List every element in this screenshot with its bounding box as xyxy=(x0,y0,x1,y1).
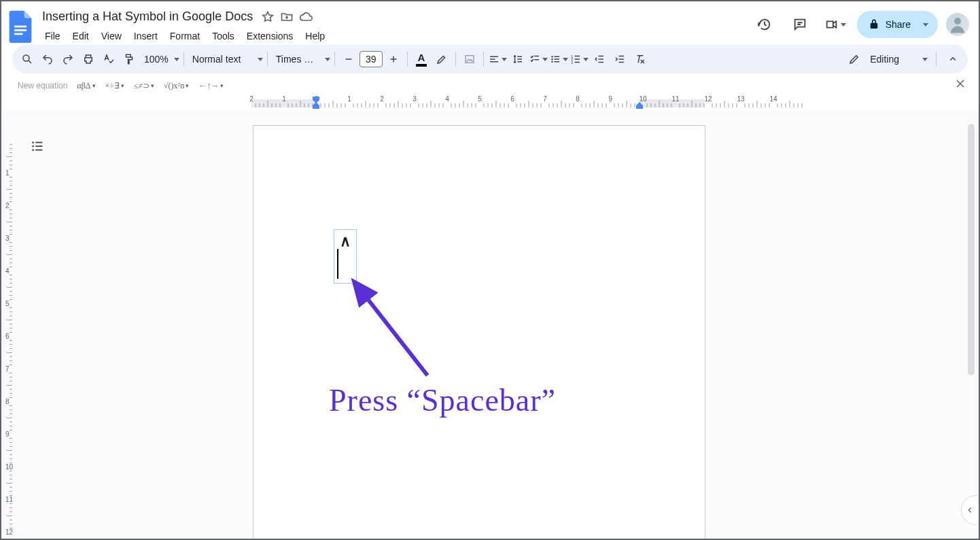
annotation-text: Press “Spacebar” xyxy=(329,382,556,418)
menu-view[interactable]: View xyxy=(96,28,127,44)
menu-tools[interactable]: Tools xyxy=(207,28,240,44)
svg-point-162 xyxy=(32,141,34,144)
share-button[interactable]: Share xyxy=(857,11,938,38)
text-color-button[interactable]: A xyxy=(412,49,431,69)
redo-button[interactable] xyxy=(58,49,77,69)
vertical-scrollbar[interactable] xyxy=(966,110,976,537)
editing-mode-label: Editing xyxy=(866,54,903,65)
print-button[interactable] xyxy=(79,49,98,69)
font-family-select[interactable]: Times … xyxy=(272,54,330,65)
checklist-button[interactable] xyxy=(529,49,548,69)
chevron-down-icon xyxy=(325,58,330,61)
svg-point-19 xyxy=(551,58,553,60)
account-avatar[interactable] xyxy=(946,13,969,36)
cloud-status-icon[interactable] xyxy=(299,10,313,24)
share-caret[interactable] xyxy=(916,15,935,34)
paragraph-style-label: Normal text xyxy=(188,54,245,65)
show-side-panel-button[interactable] xyxy=(961,495,977,525)
svg-point-4 xyxy=(23,55,29,61)
svg-point-164 xyxy=(32,149,34,151)
chevron-down-icon xyxy=(542,58,548,61)
bulleted-list-button[interactable] xyxy=(549,49,568,69)
move-to-folder-icon[interactable] xyxy=(280,10,294,24)
font-size-increment[interactable] xyxy=(384,49,403,69)
chevron-down-icon xyxy=(583,58,589,61)
paint-format-button[interactable] xyxy=(120,49,139,69)
hat-symbol: ∧ xyxy=(340,233,351,250)
svg-point-18 xyxy=(551,56,553,57)
chevron-down-icon xyxy=(563,58,568,61)
chevron-down-icon xyxy=(841,23,846,27)
eq-operators-button[interactable]: ×÷∃▾ xyxy=(105,81,124,91)
meet-icon[interactable] xyxy=(822,11,849,38)
pencil-icon xyxy=(848,53,860,65)
eq-math-functions-button[interactable]: √()x²n▾ xyxy=(164,81,189,91)
chevron-down-icon xyxy=(258,58,263,61)
eq-relations-button[interactable]: ≤≠⊃▾ xyxy=(134,81,154,91)
collapse-toolbar-button[interactable] xyxy=(943,49,962,69)
docs-logo-icon xyxy=(7,10,34,44)
app-header: Inserting a Hat Symbol in Google Docs Fi… xyxy=(1,1,979,45)
chevron-down-icon xyxy=(502,58,507,61)
close-equation-toolbar-button[interactable] xyxy=(954,78,966,92)
last-edit-icon[interactable] xyxy=(751,11,778,38)
svg-rect-1 xyxy=(14,29,27,31)
equation-toolbar: New equation αβΔ▾ ×÷∃▾ ≤≠⊃▾ √()x²n▾ ←↑→▾ xyxy=(1,73,979,95)
horizontal-ruler[interactable]: 2101234567891011121314 xyxy=(1,95,979,109)
align-button[interactable] xyxy=(488,49,507,69)
text-cursor xyxy=(337,249,338,279)
font-size-value: 39 xyxy=(366,54,377,65)
eq-greek-button[interactable]: αβΔ▾ xyxy=(77,81,95,91)
lock-icon xyxy=(868,18,880,31)
new-equation-button[interactable]: New equation xyxy=(18,81,67,90)
vertical-ruler[interactable]: 123456789101112 xyxy=(3,125,16,537)
font-size-input[interactable]: 39 xyxy=(360,51,383,67)
docs-logo[interactable] xyxy=(7,8,34,45)
svg-line-5 xyxy=(29,61,31,63)
menu-format[interactable]: Format xyxy=(164,28,205,44)
document-outline-button[interactable] xyxy=(27,136,48,156)
svg-point-3 xyxy=(954,18,961,24)
undo-button[interactable] xyxy=(38,49,57,69)
paragraph-style-select[interactable]: Normal text xyxy=(188,54,263,65)
increase-indent-button[interactable] xyxy=(610,49,629,69)
font-family-label: Times … xyxy=(272,54,317,65)
editing-mode-button[interactable]: Editing xyxy=(841,48,932,71)
svg-rect-0 xyxy=(14,25,27,27)
svg-rect-2 xyxy=(14,33,23,35)
document-page[interactable]: ∧ xyxy=(253,125,705,540)
equation-input-box[interactable]: ∧ xyxy=(334,229,357,284)
chevron-down-icon xyxy=(174,58,179,61)
comments-icon[interactable] xyxy=(786,11,813,38)
menu-file[interactable]: File xyxy=(39,28,66,44)
search-menus-button[interactable] xyxy=(18,49,37,69)
clear-formatting-button[interactable] xyxy=(631,49,650,69)
svg-point-20 xyxy=(551,61,553,63)
spellcheck-button[interactable] xyxy=(99,49,118,69)
zoom-value: 100% xyxy=(140,54,173,65)
document-workspace: 123456789101112 ∧ Press “Spacebar” xyxy=(3,110,977,537)
star-icon[interactable] xyxy=(261,10,275,24)
share-label: Share xyxy=(886,19,911,30)
svg-text:3: 3 xyxy=(571,61,573,65)
scroll-thumb[interactable] xyxy=(968,124,975,375)
eq-arrows-button[interactable]: ←↑→▾ xyxy=(198,81,224,91)
insert-image-button[interactable] xyxy=(460,49,479,69)
highlight-color-button[interactable] xyxy=(432,49,451,69)
menu-extensions[interactable]: Extensions xyxy=(241,28,298,44)
document-title[interactable]: Inserting a Hat Symbol in Google Docs xyxy=(39,8,256,25)
decrease-indent-button[interactable] xyxy=(590,49,609,69)
font-size-decrement[interactable] xyxy=(339,49,358,69)
menu-insert[interactable]: Insert xyxy=(128,28,163,44)
menubar: File Edit View Insert Format Tools Exten… xyxy=(39,27,746,44)
line-spacing-button[interactable] xyxy=(508,49,527,69)
numbered-list-button[interactable]: 123 xyxy=(570,49,589,69)
menu-edit[interactable]: Edit xyxy=(67,28,94,44)
menu-help[interactable]: Help xyxy=(300,28,330,44)
main-toolbar: 100% Normal text Times … 39 A 123 Editin… xyxy=(12,45,968,73)
svg-point-163 xyxy=(32,146,34,148)
chevron-down-icon xyxy=(922,58,928,61)
zoom-select[interactable]: 100% xyxy=(140,54,179,65)
